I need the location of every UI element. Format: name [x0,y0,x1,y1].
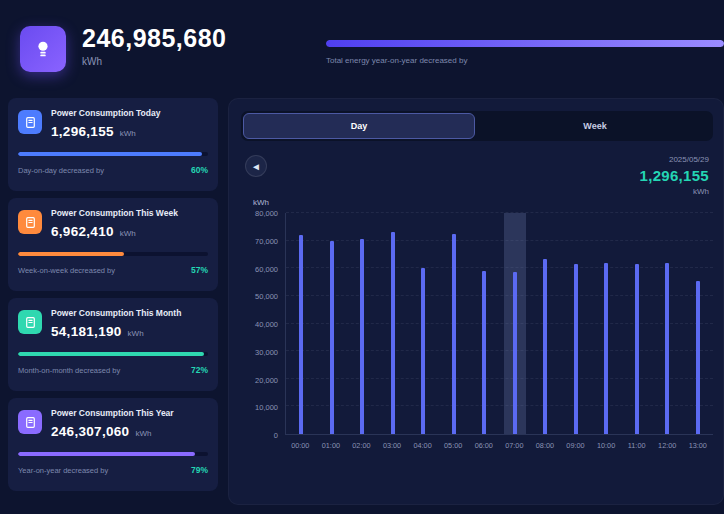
card-caption: Week-on-week decreased by [18,266,115,275]
bar-09:00[interactable] [574,264,578,434]
x-tick-label: 01:00 [316,435,347,450]
card-value: 1,296,155 [51,124,114,139]
header: 246,985,680 kWh Total energy year-on-yea… [0,0,724,96]
bar-02:00[interactable] [360,239,364,434]
card-value: 6,962,410 [51,224,114,239]
bar-slot [530,213,561,434]
x-tick-label: 03:00 [377,435,408,450]
x-tick-label: 08:00 [530,435,561,450]
progress-fill [18,252,124,256]
gridline [286,405,713,406]
x-tick-label: 11:00 [621,435,652,450]
x-tick-label: 12:00 [652,435,683,450]
gridline [286,212,713,213]
card-power-year: Power Consumption This Year 246,307,060k… [8,398,218,491]
bar-chart: 010,00020,00030,00040,00050,00060,00070,… [241,213,713,435]
bar-06:00[interactable] [482,271,486,434]
bar-11:00[interactable] [635,264,639,434]
progress-track [18,252,208,256]
progress-fill [18,152,202,156]
bar-slot [317,213,348,434]
bar-13:00[interactable] [696,281,700,434]
y-tick-label: 50,000 [255,292,278,301]
x-axis: 00:0001:0002:0003:0004:0005:0006:0007:00… [241,435,713,450]
y-tick-label: 20,000 [255,375,278,384]
header-progress-block: Total energy year-on-year decreased by [326,18,724,65]
bar-01:00[interactable] [330,241,334,434]
chart-panel: Day Week ◄ 2025/05/29 1,296,155 kWh kWh … [228,98,724,505]
total-energy-block: 246,985,680 kWh [82,18,326,67]
card-caption: Month-on-month decreased by [18,366,120,375]
plot-area [285,213,713,435]
card-percent: 79% [191,465,208,475]
gridline [286,378,713,379]
bar-slot [622,213,653,434]
bar-04:00[interactable] [421,268,425,434]
body: Power Consumption Today 1,296,155kWh Day… [0,96,724,505]
bar-05:00[interactable] [452,234,456,434]
energy-dashboard: 246,985,680 kWh Total energy year-on-yea… [0,0,724,514]
y-tick-label: 0 [274,431,278,440]
bar-slot [408,213,439,434]
tab-week[interactable]: Week [479,113,711,139]
card-unit: kWh [120,229,136,238]
bar-slot [439,213,470,434]
bar-03:00[interactable] [391,232,395,434]
bar-slot [591,213,622,434]
bar-00:00[interactable] [299,235,303,434]
x-tick-label: 13:00 [683,435,714,450]
card-caption: Day-on-day decreased by [18,166,104,175]
y-tick-label: 70,000 [255,236,278,245]
x-tick-label: 05:00 [438,435,469,450]
y-tick-label: 40,000 [255,320,278,329]
sidebar: Power Consumption Today 1,296,155kWh Day… [8,98,218,505]
selected-date: 2025/05/29 [640,155,709,164]
total-progress-fill [326,40,724,47]
bar-07:00[interactable] [513,272,517,434]
card-caption: Year-on-year decreased by [18,466,108,475]
selected-value: 1,296,155 [640,167,709,184]
card-power-today: Power Consumption Today 1,296,155kWh Day… [8,98,218,191]
tab-day[interactable]: Day [243,113,475,139]
gridline [286,240,713,241]
x-tick-label: 07:00 [499,435,530,450]
bar-slot [469,213,500,434]
gridline [286,350,713,351]
y-tick-label: 60,000 [255,264,278,273]
x-tick-label: 10:00 [591,435,622,450]
progress-fill [18,352,204,356]
x-tick-label: 04:00 [407,435,438,450]
card-value: 246,307,060 [51,424,129,439]
gridline [286,323,713,324]
progress-track [18,452,208,456]
card-power-month: Power Consumption This Month 54,181,190k… [8,298,218,391]
year-meter-icon [18,410,42,434]
progress-fill [18,452,195,456]
bar-08:00[interactable] [543,259,547,434]
card-unit: kWh [120,129,136,138]
card-title: Power Consumption This Week [51,208,178,218]
card-value: 54,181,190 [51,324,122,339]
y-tick-label: 30,000 [255,347,278,356]
previous-day-button[interactable]: ◄ [245,155,267,177]
bar-12:00[interactable] [665,263,669,434]
bar-slot [286,213,317,434]
progress-track [18,352,208,356]
selected-day-block: 2025/05/29 1,296,155 kWh [640,155,709,196]
card-title: Power Consumption This Month [51,308,181,318]
total-progress-bar [326,40,724,47]
bar-10:00[interactable] [604,263,608,434]
card-unit: kWh [135,429,151,438]
x-tick-label: 00:00 [285,435,316,450]
x-tick-label: 09:00 [560,435,591,450]
bar-slot [378,213,409,434]
gridline [286,267,713,268]
progress-track [18,152,208,156]
total-energy-unit: kWh [82,56,326,67]
card-unit: kWh [128,329,144,338]
total-energy-value: 246,985,680 [82,24,326,53]
bar-slot [652,213,683,434]
total-progress-caption: Total energy year-on-year decreased by [326,56,724,65]
week-meter-icon [18,210,42,234]
x-tick-label: 06:00 [468,435,499,450]
